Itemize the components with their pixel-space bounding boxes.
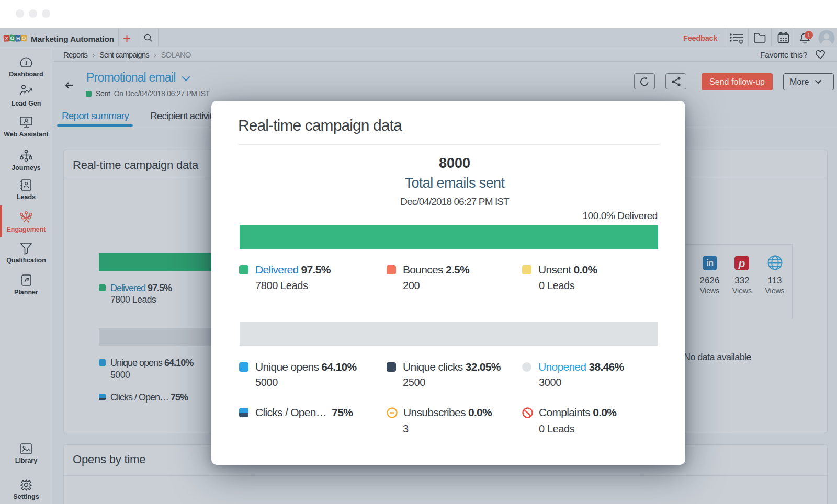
svg-text:O: O [10, 35, 15, 41]
svg-text:H: H [16, 36, 20, 41]
svg-text:Z: Z [5, 36, 8, 41]
svg-text:O: O [21, 35, 26, 41]
